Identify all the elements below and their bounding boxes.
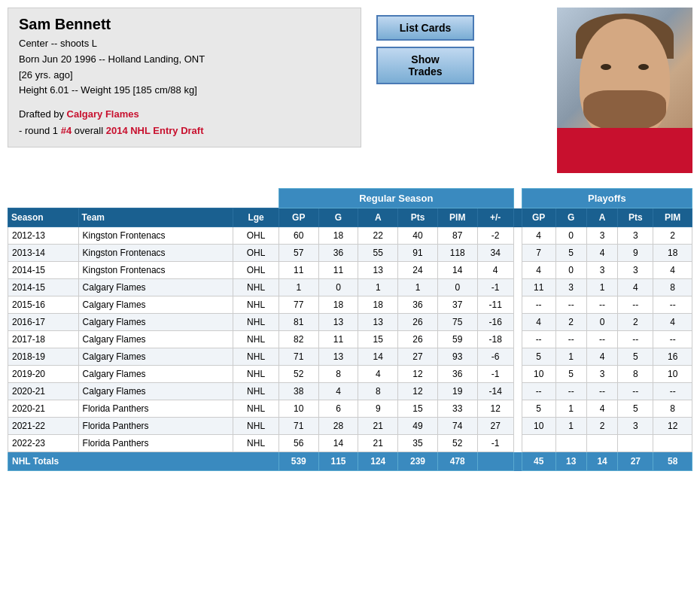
col-pg: G — [555, 208, 586, 227]
draft-overall: overall — [75, 125, 103, 136]
top-section: Sam Bennett Center -- shoots L Born Jun … — [8, 8, 692, 173]
table-row: 2014-15Kingston FrontenacsOHL11111324144… — [8, 262, 692, 279]
player-info-box: Sam Bennett Center -- shoots L Born Jun … — [8, 8, 361, 147]
draft-detail: - round 1 — [19, 125, 58, 136]
col-ppim: PIM — [653, 208, 692, 227]
col-team: Team — [78, 208, 233, 227]
player-photo-placeholder — [557, 8, 692, 173]
col-pa: A — [586, 208, 617, 227]
col-lge: Lge — [233, 208, 279, 227]
stats-table: Regular Season Playoffs Season Team Lge … — [8, 188, 692, 471]
show-trades-button[interactable]: Show Trades — [376, 47, 474, 84]
table-row: 2016-17Calgary FlamesNHL8113132675-16420… — [8, 314, 692, 331]
table-row: 2022-23Florida PanthersNHL5614213552-1 — [8, 435, 692, 452]
totals-row: NHL Totals5391151242394784513142758 — [8, 452, 692, 471]
col-pim: PIM — [437, 208, 477, 227]
table-row: 2013-14Kingston FrontenacsOHL57365591118… — [8, 245, 692, 262]
col-gp: GP — [278, 208, 318, 227]
table-row: 2014-15Calgary FlamesNHL10110-1113148 — [8, 279, 692, 296]
table-row: 2018-19Calgary FlamesNHL7113142793-65145… — [8, 348, 692, 366]
table-row: 2021-22Florida PanthersNHL71282149742710… — [8, 418, 692, 435]
action-buttons: List Cards Show Trades — [376, 15, 474, 84]
col-pm: +/- — [477, 208, 513, 227]
column-headers-row: Season Team Lge GP G A Pts PIM +/- GP G … — [8, 208, 692, 227]
player-born: Born Jun 20 1996 -- Holland Landing, ONT — [19, 52, 350, 68]
team-link[interactable]: Calgary Flames — [67, 108, 139, 120]
player-age: [26 yrs. ago] — [19, 68, 350, 84]
list-cards-button[interactable]: List Cards — [376, 15, 474, 41]
section-headers-row: Regular Season Playoffs — [8, 189, 692, 208]
drafted-by-label: Drafted by — [19, 108, 64, 120]
player-name: Sam Bennett — [19, 16, 350, 33]
table-row: 2015-16Calgary FlamesNHL7718183637-11---… — [8, 296, 692, 314]
col-season: Season — [8, 208, 79, 227]
player-height-weight: Height 6.01 -- Weight 195 [185 cm/88 kg] — [19, 83, 350, 99]
regular-season-header: Regular Season — [278, 189, 513, 208]
col-a: A — [358, 208, 398, 227]
table-row: 2017-18Calgary FlamesNHL8211152659-18---… — [8, 331, 692, 348]
col-g: G — [318, 208, 358, 227]
table-row: 2019-20Calgary FlamesNHL52841236-1105381… — [8, 366, 692, 383]
table-row: 2012-13Kingston FrontenacsOHL6018224087-… — [8, 227, 692, 245]
draft-pick: #4 — [61, 125, 72, 136]
draft-event: 2014 NHL Entry Draft — [106, 125, 204, 136]
draft-section: Drafted by Calgary Flames - round 1 #4 o… — [19, 106, 350, 139]
table-row: 2020-21Calgary FlamesNHL38481219-14-----… — [8, 383, 692, 400]
stats-table-wrapper: Regular Season Playoffs Season Team Lge … — [8, 188, 692, 471]
table-row: 2020-21Florida PanthersNHL10691533125145… — [8, 400, 692, 418]
player-position: Center -- shoots L — [19, 36, 350, 52]
col-pts: Pts — [398, 208, 438, 227]
stats-body: 2012-13Kingston FrontenacsOHL6018224087-… — [8, 227, 692, 471]
player-photo — [557, 8, 692, 173]
col-ppts: Pts — [618, 208, 653, 227]
col-pgp: GP — [522, 208, 555, 227]
playoffs-header: Playoffs — [522, 189, 692, 208]
